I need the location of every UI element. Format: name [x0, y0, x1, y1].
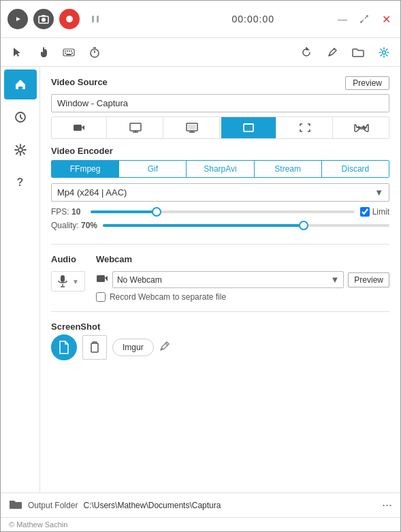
snapshot-button[interactable] — [33, 9, 54, 29]
refresh-icon[interactable] — [297, 43, 316, 62]
toolbar — [1, 38, 400, 67]
close-button[interactable]: ✕ — [379, 12, 394, 27]
footer-folder-icon[interactable] — [9, 499, 22, 512]
codec-select-display: Mp4 (x264 | AAC) — [52, 184, 369, 201]
svg-line-47 — [165, 343, 167, 345]
webcam-select-wrap: No Webcam ▼ — [112, 271, 344, 288]
copyright: © Mathew Sachin — [1, 517, 400, 531]
sidebar-item-help[interactable]: ? — [4, 168, 37, 198]
toolbar-tools — [7, 43, 290, 62]
video-encoder-label: Video Encoder — [51, 146, 113, 156]
video-source-select-display[interactable]: Window - Captura — [51, 94, 389, 112]
audio-dropdown-arrow[interactable]: ▼ — [72, 278, 79, 285]
audio-webcam-row: Audio ▼ Webcam — [51, 254, 389, 302]
pause-button[interactable] — [85, 9, 106, 29]
encoder-tabs: FFmpeg Gif SharpAvi Stream Discard — [51, 160, 389, 178]
titlebar-controls: — ✕ — [335, 12, 394, 27]
svg-point-5 — [66, 16, 73, 22]
codec-select-row: Mp4 (x264 | AAC) ▼ — [51, 183, 389, 202]
record-button[interactable] — [59, 9, 80, 29]
screenshot-file-btn[interactable] — [51, 334, 77, 360]
content-area: Video Source Preview Window - Captura — [40, 67, 400, 492]
cursor-tool[interactable] — [7, 43, 27, 62]
svg-point-24 — [383, 50, 386, 54]
webcam-cam-icon — [96, 274, 108, 285]
enc-tab-sharpavi[interactable]: SharpAvi — [187, 161, 254, 177]
footer-more-btn[interactable]: ··· — [382, 498, 392, 512]
webcam-checkbox-row: Record Webcam to separate file — [96, 292, 389, 302]
enc-tab-discard[interactable]: Discard — [322, 161, 389, 177]
screenshot-imgur-btn[interactable]: Imgur — [112, 339, 154, 356]
fps-slider-row: FPS: 10 Limit — [51, 207, 389, 217]
webcam-separate-label: Record Webcam to separate file — [110, 292, 226, 302]
svg-rect-41 — [61, 275, 65, 282]
quality-slider-track[interactable] — [103, 224, 389, 227]
webcam-preview-btn[interactable]: Preview — [348, 272, 389, 287]
fps-limit-label: Limit — [372, 207, 389, 217]
audio-label: Audio — [51, 254, 85, 264]
fps-label: FPS: 10 — [51, 207, 85, 217]
svg-marker-28 — [82, 125, 84, 130]
video-source-label: Video Source — [51, 77, 108, 87]
svg-marker-10 — [14, 48, 20, 57]
webcam-select-display: No Webcam — [113, 272, 327, 287]
source-gamepad-btn[interactable] — [334, 117, 389, 138]
app-icon-button[interactable] — [7, 9, 28, 29]
source-webcam-btn[interactable] — [52, 117, 107, 138]
svg-point-40 — [364, 127, 366, 129]
source-fullscreen-btn[interactable] — [278, 117, 333, 138]
minimize-button[interactable]: — — [335, 12, 350, 27]
enc-tab-ffmpeg[interactable]: FFmpeg — [52, 161, 119, 177]
video-source-icons — [51, 116, 389, 139]
screenshot-clipboard-btn[interactable] — [82, 335, 107, 360]
svg-rect-46 — [91, 343, 98, 352]
enc-tab-stream[interactable]: Stream — [255, 161, 322, 177]
quality-label: Quality: 70% — [51, 221, 97, 230]
sidebar-item-settings[interactable] — [4, 135, 37, 165]
webcam-select-row: No Webcam ▼ Preview — [96, 271, 389, 288]
settings-icon[interactable] — [374, 43, 394, 62]
video-source-preview-btn[interactable]: Preview — [345, 76, 389, 90]
source-desktop-btn[interactable] — [108, 117, 163, 138]
keyboard-tool[interactable] — [59, 43, 78, 62]
hand-tool[interactable] — [33, 43, 52, 62]
svg-point-39 — [363, 126, 364, 127]
webcam-separate-checkbox[interactable] — [96, 292, 106, 302]
footer-path-input[interactable] — [83, 501, 376, 510]
fps-slider-track[interactable] — [91, 210, 355, 213]
video-source-section: Video Source Preview Window - Captura — [51, 76, 389, 139]
titlebar: 00:00:00 — ✕ — [1, 1, 400, 38]
footer-folder-label: Output Folder — [28, 501, 78, 510]
svg-marker-22 — [306, 48, 308, 50]
svg-rect-36 — [244, 124, 253, 131]
screenshot-buttons: Imgur — [51, 334, 389, 360]
fps-limit-checkbox[interactable] — [360, 207, 370, 217]
screenshot-edit-btn[interactable] — [159, 341, 170, 354]
source-monitor-btn[interactable] — [165, 117, 220, 138]
svg-rect-27 — [74, 125, 82, 131]
svg-rect-6 — [92, 16, 94, 22]
webcam-label: Webcam — [96, 254, 389, 264]
svg-rect-29 — [130, 123, 141, 131]
screenshot-section: ScreenShot I — [51, 322, 389, 360]
webcam-dropdown-arrow[interactable]: ▼ — [326, 272, 343, 287]
maximize-button[interactable] — [357, 12, 372, 27]
svg-rect-4 — [42, 15, 46, 16]
sidebar-item-home[interactable] — [4, 69, 37, 99]
webcam-section: Webcam No Webcam ▼ Preview — [96, 254, 389, 302]
pen-icon[interactable] — [323, 43, 342, 62]
folder-icon[interactable] — [349, 43, 368, 62]
audio-section: Audio ▼ — [51, 254, 85, 292]
svg-rect-35 — [189, 125, 195, 129]
main-layout: ? Video Source Preview Window - Captura — [1, 67, 400, 492]
svg-marker-45 — [105, 276, 108, 281]
svg-rect-44 — [97, 275, 105, 282]
codec-dropdown-arrow[interactable]: ▼ — [369, 184, 389, 201]
audio-mic-button[interactable]: ▼ — [51, 271, 85, 292]
quality-slider-row: Quality: 70% — [51, 221, 389, 230]
sidebar-item-history[interactable] — [4, 102, 37, 132]
timer-tool[interactable] — [85, 43, 104, 62]
source-region-btn[interactable] — [221, 117, 276, 138]
enc-tab-gif[interactable]: Gif — [119, 161, 187, 177]
svg-rect-7 — [97, 16, 99, 22]
